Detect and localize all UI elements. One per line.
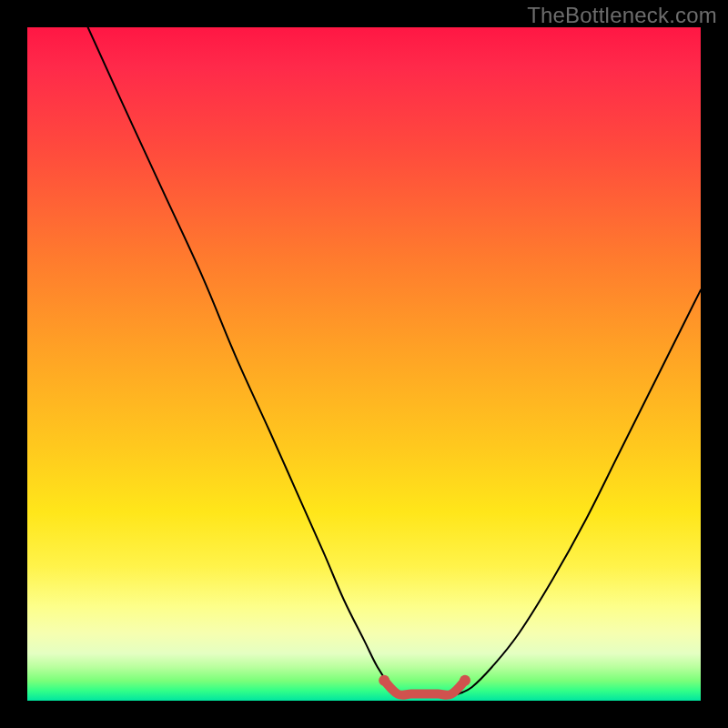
curves-svg [27,27,701,701]
plot-area [27,27,701,701]
valley-endpoint-left-icon [379,675,389,686]
valley-endpoint-right-icon [460,675,470,686]
left-descending-curve [88,27,398,694]
chart-frame: TheBottleneck.com [0,0,728,728]
valley-flat-highlight [384,681,465,695]
watermark-text: TheBottleneck.com [527,3,717,28]
right-ascending-curve [459,290,701,694]
